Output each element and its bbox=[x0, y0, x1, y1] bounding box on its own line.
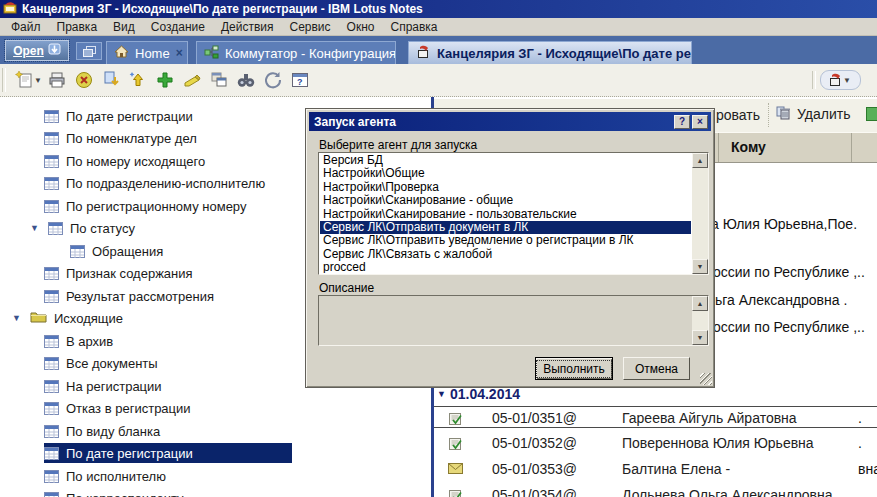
twistie-icon[interactable]: ▼ bbox=[437, 389, 446, 399]
agent-list-scrollbar[interactable]: ▲ ▼ bbox=[692, 153, 708, 274]
open-button[interactable]: Open bbox=[5, 40, 69, 61]
agent-item[interactable]: Версия БД bbox=[320, 154, 691, 167]
open-window-list-button[interactable] bbox=[76, 42, 102, 60]
highlighter-icon[interactable] bbox=[179, 67, 206, 94]
twistie-icon[interactable]: ▼ bbox=[10, 313, 23, 323]
column-header-to[interactable]: Кому bbox=[731, 139, 766, 155]
sidebar-item[interactable]: По номеру исходящего bbox=[44, 151, 205, 171]
svg-text:?: ? bbox=[297, 77, 303, 87]
resize-grip-icon[interactable] bbox=[700, 373, 712, 385]
tab-kommutator[interactable]: Коммутатор - Конфигурация × bbox=[196, 41, 396, 64]
menu-create[interactable]: Создание bbox=[143, 19, 213, 35]
menu-window[interactable]: Окно bbox=[339, 19, 383, 35]
scroll-down-icon[interactable]: ▼ bbox=[692, 330, 708, 345]
agent-item[interactable]: Настройки\Сканирование - общие bbox=[320, 194, 691, 207]
row-fragment[interactable]: оссии по Республике ,.. bbox=[713, 264, 865, 280]
sidebar-item[interactable]: По исполнителю bbox=[44, 466, 166, 486]
dialog-titlebar[interactable]: Запуск агента ? × bbox=[309, 112, 711, 131]
menu-edit[interactable]: Правка bbox=[49, 19, 106, 35]
sidebar-item-selected[interactable]: По дате регистрации bbox=[44, 443, 292, 463]
description-scrollbar[interactable]: ▲ ▼ bbox=[692, 296, 708, 345]
cancel-icon[interactable] bbox=[71, 67, 98, 94]
run-button-label: Выполнить bbox=[537, 361, 611, 377]
date-group-header[interactable]: ▼ 01.04.2014 bbox=[437, 386, 520, 402]
twistie-icon[interactable]: ▼ bbox=[28, 223, 41, 233]
scroll-up-icon[interactable]: ▲ bbox=[692, 296, 708, 311]
row-number: 05-01/0351@ bbox=[492, 410, 577, 426]
sidebar-item[interactable]: По регистрационному номеру bbox=[44, 196, 246, 216]
import-document-icon[interactable] bbox=[98, 67, 125, 94]
sidebar-item[interactable]: По дате регистрации bbox=[44, 106, 193, 126]
delete-action-button[interactable]: Удалить bbox=[775, 104, 850, 124]
partial-action-icon[interactable] bbox=[866, 107, 877, 121]
group-date-label: 01.04.2014 bbox=[450, 386, 520, 402]
edit-action-fragment[interactable]: ровать bbox=[716, 107, 760, 123]
agent-item[interactable]: Сервис ЛК\Отправить уведомление о регист… bbox=[320, 234, 691, 247]
row-name: Гареева Айгуль Айратовна bbox=[622, 410, 797, 426]
menu-view[interactable]: Вид bbox=[105, 19, 143, 35]
row-fragment[interactable]: ьга Александровна . bbox=[715, 292, 847, 308]
sidebar-item[interactable]: ▼По статусу bbox=[28, 218, 135, 238]
close-tab-icon[interactable]: × bbox=[176, 46, 183, 60]
sidebar-item[interactable]: На регистрации bbox=[44, 376, 162, 396]
tab-kancelyaria[interactable]: Канцелярия ЗГ - Исходящие\По дате ре... … bbox=[408, 41, 692, 64]
search-binoculars-icon[interactable] bbox=[233, 67, 260, 94]
agent-item[interactable]: Настройки\Сканирование - пользовательски… bbox=[320, 208, 691, 221]
column-separator[interactable] bbox=[851, 133, 852, 162]
print-icon[interactable] bbox=[44, 67, 71, 94]
window-title: Канцелярия ЗГ - Исходящие\По дате регист… bbox=[22, 2, 423, 16]
row-right-fragment: . bbox=[858, 410, 862, 426]
menu-file[interactable]: Файл bbox=[3, 19, 49, 35]
tab-home[interactable]: Home × bbox=[106, 41, 188, 64]
agent-prompt-label: Выберите агент для запуска bbox=[319, 138, 477, 152]
menu-actions[interactable]: Действия bbox=[213, 19, 282, 35]
row-fragment[interactable]: а Юлия Юрьевна,Пое. bbox=[711, 216, 857, 232]
add-document-icon[interactable] bbox=[152, 67, 179, 94]
help-icon[interactable]: ? bbox=[674, 115, 690, 129]
agent-list-items: Версия БД Настройки\Общие Настройки\Пров… bbox=[320, 154, 691, 273]
column-separator[interactable] bbox=[718, 133, 719, 162]
agent-item[interactable]: Настройки\Общие bbox=[320, 167, 691, 180]
send-document-icon[interactable] bbox=[125, 67, 152, 94]
agent-item[interactable]: procced bbox=[320, 261, 691, 273]
row-name: Дольнева Ольга Александровна bbox=[622, 487, 833, 497]
document-check-icon bbox=[448, 411, 463, 429]
run-button[interactable]: Выполнить bbox=[535, 357, 613, 380]
row-right-fragment: . bbox=[858, 435, 862, 451]
sidebar-item[interactable]: Обращения bbox=[70, 241, 163, 261]
tab-label: Канцелярия ЗГ - Исходящие\По дате ре... bbox=[437, 46, 692, 61]
sidebar-item[interactable]: Отказ в регистрации bbox=[44, 398, 191, 418]
help-window-icon[interactable]: ? bbox=[287, 67, 314, 94]
table-row[interactable]: 05-01/0353@ Балтина Елена - вна . bbox=[434, 457, 877, 482]
sidebar-item[interactable]: По виду бланка bbox=[44, 421, 160, 441]
table-row[interactable]: 05-01/0354@ Дольнева Ольга Александровна bbox=[434, 483, 877, 497]
sidebar-item[interactable]: Все документы bbox=[44, 353, 158, 373]
sidebar-item[interactable]: В архив bbox=[44, 331, 113, 351]
agent-item[interactable]: Настройки\Проверка bbox=[320, 181, 691, 194]
sidebar-item[interactable]: По корреспонденту bbox=[44, 488, 183, 497]
menu-tools[interactable]: Сервис bbox=[281, 19, 338, 35]
cancel-button-label: Отмена bbox=[635, 362, 678, 376]
sidebar-item-folder[interactable]: ▼Исходящие bbox=[10, 308, 123, 328]
sidebar-item[interactable]: По номенклатуре дел bbox=[44, 128, 197, 148]
sidebar-item[interactable]: По подразделению-исполнителю bbox=[44, 173, 265, 193]
toolbar-grip[interactable] bbox=[2, 68, 6, 92]
notes-window-menu-button[interactable]: ▼ bbox=[820, 70, 861, 90]
agent-item-selected[interactable]: Сервис ЛК\Отправить документ в ЛК bbox=[320, 221, 691, 234]
refresh-icon[interactable] bbox=[260, 67, 287, 94]
close-icon[interactable]: × bbox=[692, 115, 708, 129]
table-row[interactable]: 05-01/0352@ Повереннова Юлия Юрьевна . bbox=[434, 431, 877, 456]
table-row[interactable]: 05-01/0351@ Гареева Айгуль Айратовна . bbox=[434, 406, 877, 431]
scroll-up-icon[interactable]: ▲ bbox=[692, 153, 708, 168]
cancel-button[interactable]: Отмена bbox=[623, 357, 690, 380]
app-icon bbox=[3, 1, 17, 17]
sidebar-item[interactable]: Признак содержания bbox=[44, 263, 193, 283]
sidebar-item[interactable]: Результат рассмотрения bbox=[44, 286, 214, 306]
agent-listbox[interactable]: Версия БД Настройки\Общие Настройки\Пров… bbox=[318, 152, 709, 275]
scroll-down-icon[interactable]: ▼ bbox=[692, 259, 708, 274]
row-fragment[interactable]: оссии по Республике ,.. bbox=[713, 319, 865, 335]
agent-item[interactable]: Сервис ЛК\Связать с жалобой bbox=[320, 248, 691, 261]
menu-help[interactable]: Справка bbox=[382, 19, 445, 35]
copy-view-icon[interactable] bbox=[206, 67, 233, 94]
new-document-dropdown-icon[interactable]: ▼ bbox=[34, 76, 42, 85]
